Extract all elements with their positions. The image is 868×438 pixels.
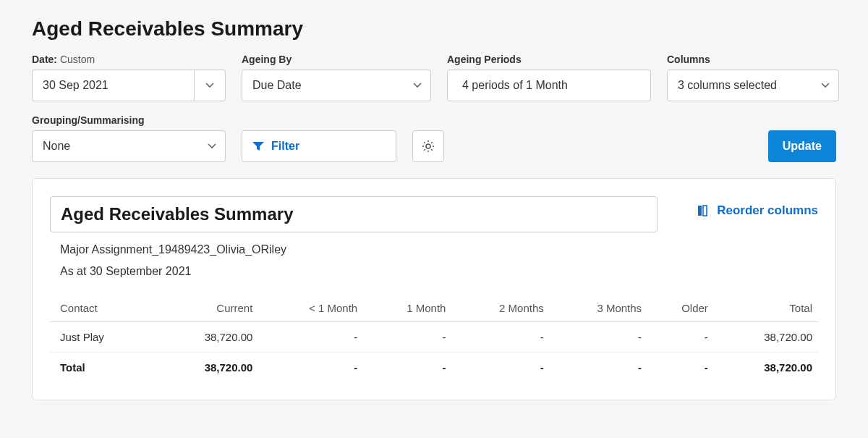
col-2m: 2 Months: [451, 295, 549, 322]
reorder-columns-icon: [698, 205, 711, 216]
cell-total-older: -: [647, 353, 714, 383]
filter-columns-label: Columns: [667, 54, 839, 65]
filter-grouping-label: Grouping/Summarising: [32, 114, 226, 126]
svg-rect-1: [698, 206, 702, 216]
cell-1m: -: [363, 322, 451, 353]
chevron-down-icon: [208, 143, 216, 149]
report-title: Aged Receivables Summary: [61, 204, 647, 224]
col-current: Current: [154, 295, 258, 322]
cell-total-2m: -: [451, 353, 549, 383]
cell-2m: -: [451, 322, 549, 353]
settings-button[interactable]: [412, 130, 444, 162]
cell-total-total: 38,720.00: [714, 353, 818, 383]
grouping-select[interactable]: None: [32, 130, 226, 162]
gear-icon: [422, 140, 435, 153]
chevron-down-icon: [413, 83, 422, 88]
filter-date-label: Date: Custom: [32, 54, 226, 65]
table-header-row: Contact Current < 1 Month 1 Month 2 Mont…: [50, 295, 818, 322]
report-org: Major Assignment_19489423_Olivia_ORiley: [50, 238, 818, 260]
col-total: Total: [714, 295, 818, 322]
filter-columns: Columns 3 columns selected: [667, 54, 839, 101]
cell-total-current: 38,720.00: [154, 353, 258, 383]
filter-grouping: Grouping/Summarising None: [32, 114, 226, 162]
date-input[interactable]: 30 Sep 2021: [32, 70, 194, 101]
cell-total-1m: -: [363, 353, 451, 383]
filters-row-1: Date: Custom 30 Sep 2021 Ageing By Due D…: [32, 54, 836, 101]
columns-value: 3 columns selected: [678, 79, 777, 92]
reorder-columns-button[interactable]: Reorder columns: [698, 196, 818, 218]
ageing-periods-select[interactable]: 4 periods of 1 Month: [447, 70, 651, 101]
filter-icon: [252, 141, 264, 151]
col-3m: 3 Months: [550, 295, 647, 322]
cell-contact: Just Play: [50, 322, 154, 353]
page-title: Aged Receivables Summary: [32, 17, 836, 41]
filter-ageing-periods: Ageing Periods 4 periods of 1 Month: [447, 54, 651, 101]
report-table: Contact Current < 1 Month 1 Month 2 Mont…: [50, 295, 818, 382]
grouping-value: None: [43, 140, 70, 153]
filters-row-2: Grouping/Summarising None Filter Update: [32, 114, 836, 162]
filter-date-label-text: Date:: [32, 54, 57, 65]
cell-total: 38,720.00: [714, 322, 818, 353]
cell-lt1m: -: [258, 322, 363, 353]
reorder-columns-label: Reorder columns: [717, 203, 818, 218]
cell-total-label: Total: [50, 353, 154, 383]
col-lt1m: < 1 Month: [258, 295, 363, 322]
date-dropdown-button[interactable]: [194, 70, 226, 101]
filter-button-label: Filter: [271, 140, 299, 153]
columns-select[interactable]: 3 columns selected: [667, 70, 839, 101]
col-1m: 1 Month: [363, 295, 451, 322]
chevron-down-icon: [205, 83, 214, 88]
cell-total-lt1m: -: [258, 353, 363, 383]
col-contact: Contact: [50, 295, 154, 322]
filter-button[interactable]: Filter: [242, 130, 396, 162]
cell-older: -: [647, 322, 714, 353]
update-button[interactable]: Update: [768, 130, 836, 162]
report-panel: Aged Receivables Summary Reorder columns…: [32, 178, 836, 400]
report-as-at: As at 30 September 2021: [50, 260, 818, 282]
table-row[interactable]: Just Play 38,720.00 - - - - - 38,720.00: [50, 322, 818, 353]
cell-total-3m: -: [550, 353, 647, 383]
filter-date: Date: Custom 30 Sep 2021: [32, 54, 226, 101]
cell-3m: -: [550, 322, 647, 353]
filter-date-suffix: Custom: [60, 54, 95, 65]
ageing-by-select[interactable]: Due Date: [242, 70, 431, 101]
ageing-periods-value: 4 periods of 1 Month: [462, 79, 568, 92]
cell-current: 38,720.00: [154, 322, 258, 353]
svg-rect-2: [703, 206, 707, 216]
chevron-down-icon: [821, 83, 830, 88]
col-older: Older: [647, 295, 714, 322]
report-header: Aged Receivables Summary Reorder columns: [50, 196, 818, 232]
svg-point-0: [426, 144, 430, 148]
filter-ageing-by: Ageing By Due Date: [242, 54, 431, 101]
filter-ageing-periods-label: Ageing Periods: [447, 54, 651, 65]
report-title-box[interactable]: Aged Receivables Summary: [50, 196, 658, 232]
filter-ageing-by-label: Ageing By: [242, 54, 431, 65]
table-total-row: Total 38,720.00 - - - - - 38,720.00: [50, 353, 818, 383]
ageing-by-value: Due Date: [252, 79, 302, 92]
